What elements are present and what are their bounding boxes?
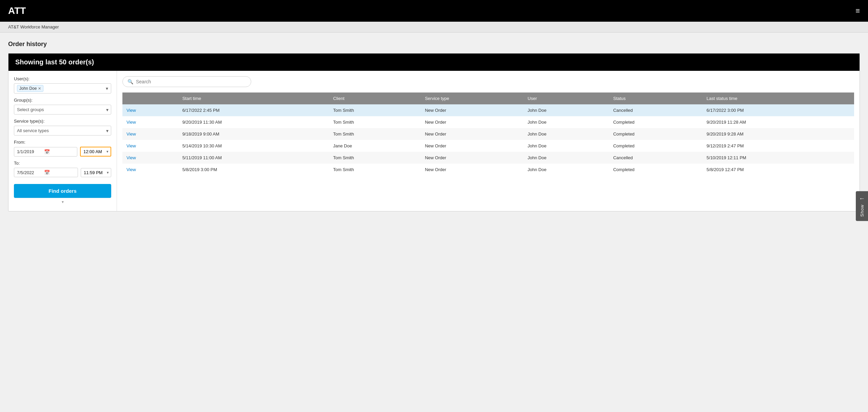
from-date-wrapper: 1/1/2019 📅 [14,147,77,157]
to-date-wrapper: 7/5/2022 📅 [14,168,78,177]
cell-service-type: New Order [421,140,524,152]
table-row: View5/8/2019 3:00 PMTom SmithNew OrderJo… [122,164,854,176]
cell-status: Completed [609,128,702,140]
results-panel: 🔍 Start time Client Service type User St… [117,71,860,211]
col-status: Status [609,92,702,104]
users-label: User(s): [14,76,111,81]
view-link[interactable]: View [126,155,136,160]
to-calendar-icon[interactable]: 📅 [44,170,50,175]
table-header: Start time Client Service type User Stat… [122,92,854,104]
order-card-header: Showing last 50 order(s) [8,54,860,71]
cell-start-time: 9/18/2019 9:00 AM [178,128,329,140]
cell-user: John Doe [524,116,609,128]
cell-status: Completed [609,140,702,152]
filters-panel: User(s): John Doe ✕ ▾ Group(s): Select g… [8,71,117,211]
from-time-wrapper: 12:00 AM 1:00 AM 6:00 AM 11:59 PM ▾ [80,147,111,157]
groups-select-wrapper: Select groups ▾ [14,105,111,115]
orders-table: Start time Client Service type User Stat… [122,92,854,176]
cell-service-type: New Order [421,128,524,140]
show-panel-arrow-icon: ← [859,195,865,202]
table-body: View6/17/2022 2:45 PMTom SmithNew OrderJ… [122,104,854,176]
to-time-wrapper: 11:59 PM 11:00 PM 12:00 AM ▾ [81,168,111,177]
page-content: Order history Showing last 50 order(s) U… [0,33,868,220]
view-link[interactable]: View [126,143,136,148]
cell-user: John Doe [524,104,609,116]
view-link[interactable]: View [126,131,136,137]
cell-service-type: New Order [421,116,524,128]
breadcrumb: AT&T Workforce Manager [0,22,868,33]
to-datetime-row: 7/5/2022 📅 11:59 PM 11:00 PM 12:00 AM ▾ [14,168,111,177]
table-row: View5/14/2019 10:30 AMJane DoeNew OrderJ… [122,140,854,152]
cell-last-status-time: 5/10/2019 12:11 PM [703,152,854,164]
users-dropdown-icon[interactable]: ▾ [106,86,108,91]
search-input[interactable] [136,79,246,84]
col-last-status-time: Last status time [703,92,854,104]
cell-last-status-time: 5/8/2019 12:47 PM [703,164,854,176]
cell-user: John Doe [524,140,609,152]
from-datetime-row: 1/1/2019 📅 12:00 AM 1:00 AM 6:00 AM 11:5… [14,147,111,157]
from-label: From: [14,140,111,145]
cell-user: John Doe [524,152,609,164]
cell-client: Tom Smith [329,152,421,164]
hamburger-menu-icon[interactable]: ≡ [855,6,860,15]
find-orders-button[interactable]: Find orders [14,184,111,198]
scroll-down-arrow[interactable]: ▾ [14,198,111,206]
cell-status: Completed [609,164,702,176]
from-date-input[interactable]: 1/1/2019 [17,149,44,154]
cell-service-type: New Order [421,104,524,116]
service-type-select[interactable]: All service types [14,126,111,136]
cell-user: John Doe [524,164,609,176]
app-logo: ATT [8,5,26,16]
groups-select[interactable]: Select groups [14,105,111,115]
page-title: Order history [8,41,860,48]
cell-status: Cancelled [609,152,702,164]
to-time-select[interactable]: 11:59 PM 11:00 PM 12:00 AM [81,168,111,177]
to-date-input[interactable]: 7/5/2022 [17,170,44,175]
col-client: Client [329,92,421,104]
cell-service-type: New Order [421,152,524,164]
col-user: User [524,92,609,104]
view-link[interactable]: View [126,120,136,125]
user-tag-john-doe[interactable]: John Doe ✕ [17,85,43,92]
from-calendar-icon[interactable]: 📅 [44,149,50,154]
users-input[interactable]: John Doe ✕ ▾ [14,83,111,94]
col-action [122,92,178,104]
show-panel[interactable]: ← Show [856,191,868,220]
cell-status: Completed [609,116,702,128]
show-panel-label: Show [860,204,865,217]
cell-last-status-time: 9/12/2019 2:47 PM [703,140,854,152]
cell-client: Jane Doe [329,140,421,152]
cell-start-time: 5/8/2019 3:00 PM [178,164,329,176]
table-row: View5/11/2019 11:00 AMTom SmithNew Order… [122,152,854,164]
table-row: View9/18/2019 9:00 AMTom SmithNew OrderJ… [122,128,854,140]
order-card: Showing last 50 order(s) User(s): John D… [8,53,860,211]
cell-client: Tom Smith [329,116,421,128]
service-type-select-wrapper: All service types ▾ [14,126,111,136]
cell-start-time: 5/11/2019 11:00 AM [178,152,329,164]
from-time-select[interactable]: 12:00 AM 1:00 AM 6:00 AM 11:59 PM [81,147,111,156]
cell-client: Tom Smith [329,104,421,116]
table-row: View9/20/2019 11:30 AMTom SmithNew Order… [122,116,854,128]
cell-last-status-time: 9/20/2019 9:28 AM [703,128,854,140]
service-type-label: Service type(s): [14,119,111,124]
view-link[interactable]: View [126,108,136,113]
groups-label: Group(s): [14,98,111,103]
remove-user-icon[interactable]: ✕ [38,86,41,91]
col-service-type: Service type [421,92,524,104]
search-icon: 🔍 [127,79,133,84]
cell-start-time: 9/20/2019 11:30 AM [178,116,329,128]
cell-start-time: 5/14/2019 10:30 AM [178,140,329,152]
cell-last-status-time: 6/17/2022 3:00 PM [703,104,854,116]
table-row: View6/17/2022 2:45 PMTom SmithNew OrderJ… [122,104,854,116]
col-start-time: Start time [178,92,329,104]
search-bar[interactable]: 🔍 [122,76,251,87]
cell-start-time: 6/17/2022 2:45 PM [178,104,329,116]
order-card-body: User(s): John Doe ✕ ▾ Group(s): Select g… [8,71,860,211]
cell-user: John Doe [524,128,609,140]
cell-client: Tom Smith [329,164,421,176]
cell-client: Tom Smith [329,128,421,140]
view-link[interactable]: View [126,167,136,172]
cell-service-type: New Order [421,164,524,176]
cell-last-status-time: 9/20/2019 11:28 AM [703,116,854,128]
cell-status: Cancelled [609,104,702,116]
